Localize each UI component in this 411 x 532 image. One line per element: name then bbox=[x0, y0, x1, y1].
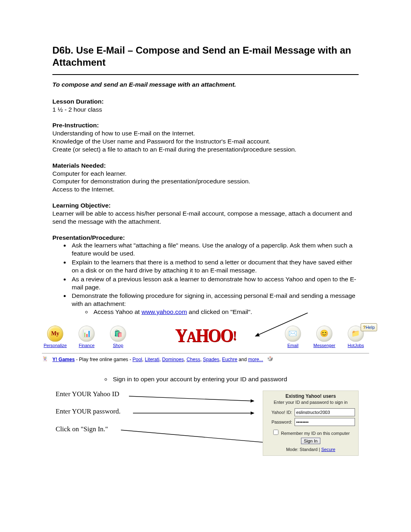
help-label: Help bbox=[365, 325, 375, 330]
yahoo-url-link[interactable]: www.yahoo.com bbox=[141, 308, 187, 315]
preinstruction-heading: Pre-Instruction: bbox=[52, 121, 359, 129]
procedure-subitem: Access Yahoo at www.yahoo.com and clicke… bbox=[92, 308, 359, 316]
games-mid-text: - Play free online games - bbox=[75, 357, 132, 362]
title-rule bbox=[52, 74, 359, 75]
toolbar-item-email[interactable]: ✉️ Email bbox=[280, 326, 306, 348]
toolbar-label: Messenger bbox=[313, 343, 335, 348]
signin-title: Existing Yahoo! users bbox=[266, 393, 355, 399]
games-and-text: and bbox=[237, 357, 248, 362]
toolbar-label: Email bbox=[287, 343, 299, 348]
materials-heading: Materials Needed: bbox=[52, 162, 359, 170]
game-link[interactable]: Literati bbox=[145, 357, 159, 362]
messenger-icon: 😊 bbox=[316, 326, 332, 342]
procedure-item: Ask the learners what "attaching a file"… bbox=[70, 241, 359, 258]
game-link[interactable]: Dominoes bbox=[162, 357, 184, 362]
finance-icon: 📊 bbox=[79, 326, 95, 342]
games-icon: 🃏 bbox=[42, 356, 50, 364]
procedure-item: Explain to the learners that there is a … bbox=[70, 258, 359, 274]
toolbar-item-personalize[interactable]: My Personalize bbox=[42, 326, 68, 348]
games-lead-link[interactable]: Y! Games bbox=[52, 357, 75, 362]
personalize-icon: My bbox=[47, 326, 63, 342]
games-promo-line: 🃏 Y! Games - Play free online games - Po… bbox=[42, 356, 369, 364]
toolbar-label: Finance bbox=[79, 343, 94, 348]
yahoo-id-input[interactable] bbox=[295, 408, 355, 416]
materials-line: Access to the Internet. bbox=[52, 185, 359, 193]
mode-secure-link[interactable]: Secure bbox=[321, 447, 335, 452]
duration-value: 1 ½ - 2 hour class bbox=[52, 106, 359, 114]
toolbar-item-shop[interactable]: 🛍️ Shop bbox=[105, 326, 131, 348]
toolbar-label: Personalize bbox=[44, 343, 66, 348]
game-link[interactable]: Chess bbox=[187, 357, 200, 362]
sub-access-post: and clicked on "Email". bbox=[187, 308, 252, 315]
sub-access-pre: Access Yahoo at bbox=[93, 308, 141, 315]
games-trailing-icon: 🎲 bbox=[267, 356, 275, 364]
intro-line: To compose and send an E-mail message wi… bbox=[52, 81, 359, 89]
procedure-item-text: Demonstrate the following procedure for … bbox=[72, 292, 355, 307]
procedure-heading: Presentation/Procedure: bbox=[52, 234, 359, 242]
mode-lead: Mode: Standard | bbox=[286, 447, 321, 452]
shop-icon: 🛍️ bbox=[110, 326, 126, 342]
signin-panel: Existing Yahoo! users Enter your ID and … bbox=[263, 391, 359, 456]
game-link[interactable]: Euchre bbox=[222, 357, 237, 362]
preinstruction-line: Create (or select) a file to attach to a… bbox=[52, 145, 359, 154]
signin-button[interactable]: Sign In bbox=[301, 438, 320, 444]
password-label: Password: bbox=[266, 419, 295, 425]
preinstruction-line: Knowledge of the User name and Password … bbox=[52, 137, 359, 145]
toolbar-label: HotJobs bbox=[348, 343, 364, 348]
games-more-link[interactable]: more... bbox=[248, 357, 263, 362]
materials-line: Computer for demonstration during the pr… bbox=[52, 177, 359, 185]
help-button[interactable]: ?Help bbox=[361, 323, 377, 331]
password-input[interactable] bbox=[295, 418, 355, 426]
game-link[interactable]: Pool bbox=[133, 357, 142, 362]
email-icon: ✉️ bbox=[285, 326, 301, 342]
toolbar-item-messenger[interactable]: 😊 Messenger bbox=[311, 326, 338, 348]
materials-line: Computer for each learner. bbox=[52, 170, 359, 178]
objective-text: Learner will be able to access his/her p… bbox=[52, 210, 359, 226]
yahoo-logo: YAHOO! bbox=[175, 324, 236, 346]
preinstruction-line: Understanding of how to use E-mail on th… bbox=[52, 129, 359, 137]
procedure-item: As a review of a previous lesson ask a l… bbox=[70, 275, 359, 291]
objective-heading: Learning Objective: bbox=[52, 202, 359, 210]
remember-label: Remember my ID on this computer bbox=[280, 431, 350, 436]
duration-heading: Lesson Duration: bbox=[52, 98, 359, 106]
page-title: D6b. Use E-Mail – Compose and Send an E-… bbox=[52, 44, 359, 69]
toolbar-item-finance[interactable]: 📊 Finance bbox=[73, 326, 100, 348]
remember-checkbox[interactable] bbox=[273, 430, 278, 435]
toolbar-label: Shop bbox=[113, 343, 123, 348]
game-link[interactable]: Spades bbox=[203, 357, 220, 362]
procedure-subitem-signin: Sign in to open your account by entering… bbox=[111, 375, 359, 383]
signin-subtitle: Enter your ID and password to sign in bbox=[266, 399, 355, 405]
procedure-item: Demonstrate the following procedure for … bbox=[70, 292, 359, 316]
yahoo-id-label: Yahoo! ID: bbox=[266, 409, 295, 415]
yahoo-toolbar: ?Help My Personalize 📊 Finance 🛍️ Shop Y… bbox=[42, 326, 369, 353]
